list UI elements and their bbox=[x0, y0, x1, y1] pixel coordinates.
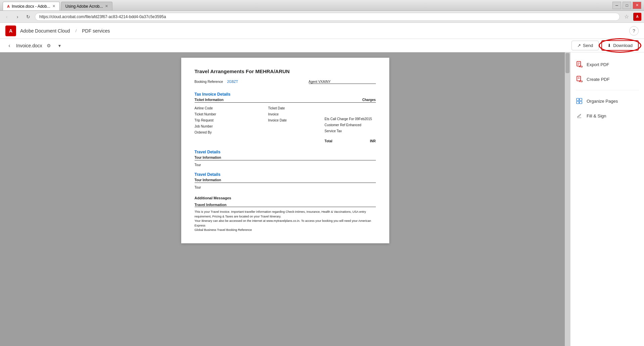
sidebar-item-organize-pages[interactable]: Organize Pages bbox=[571, 94, 644, 108]
tab-active[interactable]: A Invoice.docx - Adob... ✕ bbox=[3, 2, 60, 10]
help-button[interactable]: ? bbox=[629, 26, 639, 36]
app-subtitle: PDF services bbox=[82, 28, 110, 34]
pdf-row-invoice: Invoice bbox=[268, 111, 319, 117]
back-button[interactable]: ‹ bbox=[5, 42, 13, 50]
sidebar-item-create-pdf[interactable]: PDF Create PDF bbox=[571, 72, 644, 86]
pdf-agent-underline bbox=[309, 84, 376, 84]
svg-rect-11 bbox=[577, 101, 579, 104]
pdf-travel-info-text: This is your Travel Invoice. Important t… bbox=[195, 210, 376, 233]
window-controls: ─ □ ✕ bbox=[612, 2, 641, 9]
pdf-ticket-info-label: Ticket Information bbox=[195, 98, 224, 102]
tab-bar: A Invoice.docx - Adob... ✕ Using Adobe A… bbox=[3, 0, 112, 10]
pdf-section3-row: Tour bbox=[195, 186, 376, 189]
fill-sign-icon bbox=[576, 112, 583, 119]
pdf-page: Travel Arrangements For MEHRA/ARUN Booki… bbox=[181, 58, 389, 243]
sidebar-item-export-pdf[interactable]: PDF Export PDF bbox=[571, 58, 644, 71]
pdf-row-ordered: Ordered By bbox=[195, 130, 263, 136]
send-label: Send bbox=[583, 43, 593, 48]
fill-sign-label: Fill & Sign bbox=[587, 113, 606, 118]
pdf-section2-subtitle: Tour Information bbox=[195, 156, 376, 159]
acrobat-extension-icon[interactable]: A bbox=[633, 13, 641, 21]
pdf-section2-row: Tour bbox=[195, 163, 376, 167]
pdf-booking-row: Booking Reference 2GBZT Agent VXAINY bbox=[195, 80, 376, 84]
maximize-button[interactable]: □ bbox=[623, 2, 631, 9]
export-pdf-icon: PDF bbox=[576, 61, 583, 68]
right-sidebar: PDF Export PDF PDF Create PDF bbox=[570, 52, 644, 346]
send-button[interactable]: ↗ Send bbox=[572, 41, 599, 50]
pdf-section1-header: Ticket Information Charges bbox=[195, 98, 376, 102]
bookmark-icon[interactable]: ☆ bbox=[623, 13, 631, 21]
pdf-row-job: Job Number bbox=[195, 123, 263, 130]
pdf-charge1: Ets Call Charge For 09Feb2015 Customer R… bbox=[325, 116, 376, 128]
settings-button[interactable]: ⚙ bbox=[45, 42, 53, 50]
browser-titlebar: A Invoice.docx - Adob... ✕ Using Adobe A… bbox=[0, 0, 644, 11]
adobe-favicon: A bbox=[7, 4, 10, 8]
tab-active-title: Invoice.docx - Adob... bbox=[12, 4, 50, 9]
pdf-booking-value: 2GBZT bbox=[227, 80, 238, 84]
create-pdf-label: Create PDF bbox=[587, 77, 610, 82]
minimize-button[interactable]: ─ bbox=[612, 2, 621, 9]
scroll-bar[interactable] bbox=[565, 52, 570, 346]
download-label: Download bbox=[613, 43, 633, 48]
close-button[interactable]: ✕ bbox=[633, 2, 641, 9]
toolbar-actions: ↗ Send ⬇ Download bbox=[572, 40, 639, 51]
adobe-logo: A bbox=[5, 26, 16, 36]
pdf-section1-title: Tax Invoice Details bbox=[195, 92, 376, 97]
pdf-divider3 bbox=[195, 183, 376, 183]
pdf-ticket-left: Airline Code Ticket Number Trip Request … bbox=[195, 105, 263, 144]
pdf-section2-title: Travel Details bbox=[195, 150, 376, 154]
app-header: A Adobe Document Cloud / PDF services ? bbox=[0, 23, 644, 39]
pdf-booking-label: Booking Reference bbox=[195, 80, 223, 84]
pdf-ticket-middle: Ticket Date Invoice Invoice Date bbox=[268, 105, 319, 144]
main-area: Travel Arrangements For MEHRA/ARUN Booki… bbox=[0, 52, 644, 346]
download-icon: ⬇ bbox=[607, 43, 611, 48]
pdf-section3-subtitle: Tour Information bbox=[195, 178, 376, 182]
pdf-agent-info: Agent VXAINY bbox=[309, 80, 376, 84]
sidebar-item-fill-sign[interactable]: Fill & Sign bbox=[571, 109, 644, 122]
download-button[interactable]: ⬇ Download bbox=[601, 40, 639, 51]
refresh-button[interactable]: ↻ bbox=[24, 13, 32, 21]
pdf-additional-title: Additional Messages bbox=[195, 196, 376, 200]
pdf-travel-info-title: Travel Information bbox=[195, 203, 376, 207]
pdf-document-title: Travel Arrangements For MEHRA/ARUN bbox=[195, 68, 376, 74]
pdf-total-currency: INR bbox=[370, 138, 376, 144]
tab-inactive[interactable]: Using Adobe Acrob... ✕ bbox=[61, 2, 112, 10]
pdf-row-airline: Airline Code bbox=[195, 105, 263, 111]
document-toolbar: ‹ Invoice.docx ⚙ ▾ ↗ Send ⬇ Download bbox=[0, 39, 644, 52]
pdf-charges-label: Charges bbox=[362, 98, 376, 102]
svg-text:PDF: PDF bbox=[579, 80, 583, 83]
organize-pages-icon bbox=[576, 98, 583, 104]
tab-close-active[interactable]: ✕ bbox=[52, 4, 55, 8]
forward-nav-button[interactable]: › bbox=[13, 13, 21, 21]
sidebar-divider bbox=[576, 90, 639, 90]
pdf-section3-title: Travel Details bbox=[195, 172, 376, 177]
pdf-viewer[interactable]: Travel Arrangements For MEHRA/ARUN Booki… bbox=[0, 52, 570, 346]
pdf-row-ticket: Ticket Number bbox=[195, 111, 263, 117]
tab-inactive-title: Using Adobe Acrob... bbox=[65, 4, 103, 9]
svg-text:PDF: PDF bbox=[579, 65, 583, 68]
url-bar[interactable]: https://cloud.acrobat.com/file/afd23f67-… bbox=[35, 13, 620, 21]
document-title: Invoice.docx bbox=[16, 43, 42, 48]
pdf-total-label: Total bbox=[325, 138, 332, 144]
pdf-charge2: Service Tax bbox=[325, 128, 376, 134]
pdf-divider2 bbox=[195, 160, 376, 160]
pdf-booking-info: Booking Reference 2GBZT bbox=[195, 80, 238, 84]
tab-close-inactive[interactable]: ✕ bbox=[105, 4, 108, 8]
back-nav-button[interactable]: ‹ bbox=[3, 13, 11, 21]
organize-pages-label: Organize Pages bbox=[587, 99, 618, 104]
svg-rect-12 bbox=[580, 101, 582, 104]
pdf-total-row: Total INR bbox=[325, 137, 376, 144]
scroll-thumb[interactable] bbox=[565, 53, 569, 73]
settings-chevron[interactable]: ▾ bbox=[56, 42, 64, 50]
pdf-agent-label: Agent VXAINY bbox=[309, 80, 331, 84]
pdf-ticket-table: Airline Code Ticket Number Trip Request … bbox=[195, 105, 376, 144]
app-title: Adobe Document Cloud bbox=[20, 28, 70, 34]
pdf-row-ticketdate: Ticket Date bbox=[268, 105, 319, 111]
pdf-ticket-right: Ets Call Charge For 09Feb2015 Customer R… bbox=[325, 105, 376, 144]
svg-rect-10 bbox=[580, 98, 582, 101]
url-text: https://cloud.acrobat.com/file/afd23f67-… bbox=[39, 14, 166, 19]
pdf-divider1 bbox=[195, 102, 376, 103]
export-pdf-label: Export PDF bbox=[587, 62, 609, 67]
send-icon: ↗ bbox=[577, 43, 581, 48]
breadcrumb-separator: / bbox=[76, 28, 77, 33]
